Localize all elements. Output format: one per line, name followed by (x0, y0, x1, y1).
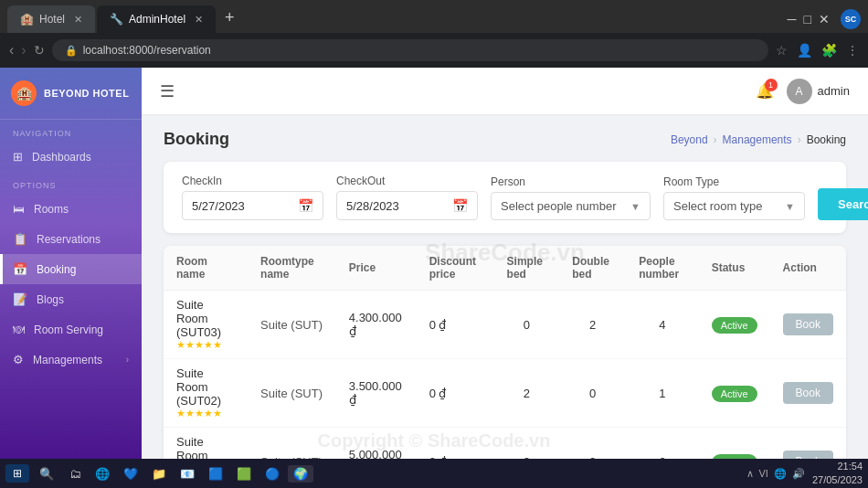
sidebar-item-label: Dashboards (32, 151, 91, 164)
taskbar-item-app1[interactable]: 📁 (146, 465, 172, 483)
sidebar-item-rooms[interactable]: 🛏 Rooms (0, 194, 142, 224)
taskbar-item-vs[interactable]: 💙 (118, 465, 143, 483)
sidebar-item-room-serving[interactable]: 🍽 Room Serving (0, 314, 142, 345)
bookmark-icon[interactable]: ☆ (776, 43, 788, 58)
sidebar-item-blogs[interactable]: 📝 Blogs (0, 284, 142, 314)
close-icon[interactable]: ✕ (819, 12, 830, 27)
notification-button[interactable]: 🔔 1 (756, 82, 774, 100)
sidebar-room-serving-label: Room Serving (34, 324, 103, 336)
managements-icon: ⚙ (13, 353, 24, 366)
person-placeholder: Select people number (501, 199, 627, 213)
sidebar-blogs-label: Blogs (37, 293, 64, 306)
start-icon: ⊞ (13, 467, 22, 480)
page-title: Booking (164, 130, 229, 149)
tab-adminhotel[interactable]: 🔧 AdminHotel ✕ (97, 5, 216, 33)
action-cell[interactable]: Book (770, 291, 846, 359)
discount-price-cell: 0 ₫ (417, 428, 494, 460)
sidebar-item-dashboards[interactable]: ⊞ Dashboards (0, 142, 142, 172)
col-people-number: People number (626, 246, 698, 291)
minimize-icon[interactable]: ─ (788, 12, 797, 27)
reservations-icon: 📋 (13, 232, 27, 246)
menu-button[interactable]: ☰ (160, 81, 175, 101)
book-button[interactable]: Book (783, 382, 833, 404)
sidebar-item-reservations[interactable]: 📋 Reservations (0, 224, 142, 254)
start-button[interactable]: ⊞ (5, 464, 29, 483)
discount-price-cell: 0 ₫ (417, 291, 494, 359)
new-tab-button[interactable]: + (217, 8, 242, 33)
extensions-icon[interactable]: 🧩 (821, 43, 837, 58)
page-content: ShareCode.vn Booking Beyond › Management… (142, 115, 868, 459)
network-icon[interactable]: 🌐 (774, 468, 787, 480)
price-cell: 5.000.000 ₫ (336, 428, 417, 460)
taskbar-item-search[interactable]: 🔍 (32, 465, 61, 483)
status-cell: Active (699, 359, 770, 428)
tab-adminhotel-close[interactable]: ✕ (195, 14, 203, 26)
address-bar-row: ‹ › ↻ 🔒 localhost:8000/reservation ☆ 👤 🧩… (0, 33, 868, 68)
tab-hotel[interactable]: 🏨 Hotel ✕ (7, 5, 95, 33)
sidebar-item-managements[interactable]: ⚙ Managements › (0, 345, 142, 375)
reload-button[interactable]: ↻ (34, 43, 45, 58)
back-button[interactable]: ‹ (9, 42, 14, 58)
roomtype-name-cell: Suite (SUT) (248, 359, 336, 428)
breadcrumb-beyond[interactable]: Beyond (671, 133, 708, 146)
action-cell[interactable]: Book (770, 359, 846, 428)
taskbar-item-app3[interactable]: 🟩 (231, 465, 257, 483)
user-area[interactable]: A admin (787, 79, 850, 104)
roomtype-name-cell: Suite (SUT) (248, 428, 336, 460)
checkin-value: 5/27/2023 (192, 199, 291, 213)
sidebar-item-booking[interactable]: 📅 Booking (0, 254, 142, 284)
room-serving-icon: 🍽 (13, 323, 25, 336)
col-status: Status (699, 246, 770, 291)
room-type-select[interactable]: Select room type ▼ (663, 192, 805, 220)
table-header-row: Room name Roomtype name Price Discount p… (164, 246, 846, 291)
taskbar-item-browser[interactable]: 🌍 (288, 465, 313, 483)
col-room-name: Room name (164, 246, 248, 291)
search-form: CheckIn 5/27/2023 📅 CheckOut 5/28/2023 📅 (164, 162, 846, 233)
breadcrumb-sep-1: › (714, 133, 717, 146)
roomtype-name-cell: Suite (SUT) (248, 291, 336, 359)
checkin-group: CheckIn 5/27/2023 📅 (182, 175, 323, 220)
status-badge: Active (712, 317, 757, 334)
simple-bed-cell: 2 (494, 359, 560, 428)
price-cell: 4.300.000 ₫ (336, 291, 417, 359)
topbar-right: 🔔 1 A admin (756, 79, 850, 104)
table-container: Room name Roomtype name Price Discount p… (164, 246, 846, 459)
browser-right-icons: ☆ 👤 🧩 ⋮ (776, 43, 859, 58)
volume-icon[interactable]: 🔊 (792, 468, 805, 480)
taskbar-item-mail[interactable]: 📧 (175, 465, 200, 483)
chevron-icon[interactable]: ∧ (746, 468, 754, 480)
book-button[interactable]: Book (783, 313, 833, 335)
people-number-cell: 6 (626, 428, 698, 460)
sidebar-booking-label: Booking (37, 263, 76, 276)
room-type-label: Room Type (663, 175, 805, 188)
checkout-input[interactable]: 5/28/2023 📅 (336, 191, 478, 220)
maximize-icon[interactable]: □ (804, 12, 811, 27)
room-name-cell: Suite Room (SUT03) (176, 298, 235, 339)
col-discount-price: Discount price (417, 246, 494, 291)
lang-icon[interactable]: VI (759, 468, 768, 479)
taskbar-item-files[interactable]: 🗂 (64, 465, 87, 483)
taskbar-item-app2[interactable]: 🟦 (203, 465, 228, 483)
person-dropdown-icon: ▼ (630, 201, 640, 212)
tab-hotel-close[interactable]: ✕ (74, 14, 82, 26)
sidebar-rooms-label: Rooms (34, 203, 69, 216)
taskbar-item-edge[interactable]: 🌐 (90, 465, 115, 483)
action-cell[interactable]: Book (770, 428, 846, 460)
discount-price-cell: 0 ₫ (417, 359, 494, 428)
form-row: CheckIn 5/27/2023 📅 CheckOut 5/28/2023 📅 (182, 175, 828, 220)
status-cell: Active (699, 291, 770, 359)
address-bar[interactable]: 🔒 localhost:8000/reservation (52, 39, 768, 61)
checkin-input[interactable]: 5/27/2023 📅 (182, 191, 323, 220)
person-select[interactable]: Select people number ▼ (491, 192, 651, 220)
more-icon[interactable]: ⋮ (846, 43, 859, 58)
forward-button[interactable]: › (21, 42, 26, 58)
table-row: Suite Room (SUT02) ★★★★★ Suite (SUT) 3.5… (164, 359, 846, 428)
book-button[interactable]: Book (783, 451, 833, 459)
breadcrumb-managements[interactable]: Managements (723, 133, 792, 146)
search-button[interactable]: Search (818, 188, 868, 220)
rooms-icon: 🛏 (13, 202, 25, 216)
profile-icon[interactable]: 👤 (797, 43, 812, 58)
main-content: ☰ 🔔 1 A admin ShareCode.vn Booki (142, 68, 868, 459)
breadcrumb-current: Booking (807, 133, 846, 146)
taskbar-item-app4[interactable]: 🔵 (259, 465, 285, 483)
